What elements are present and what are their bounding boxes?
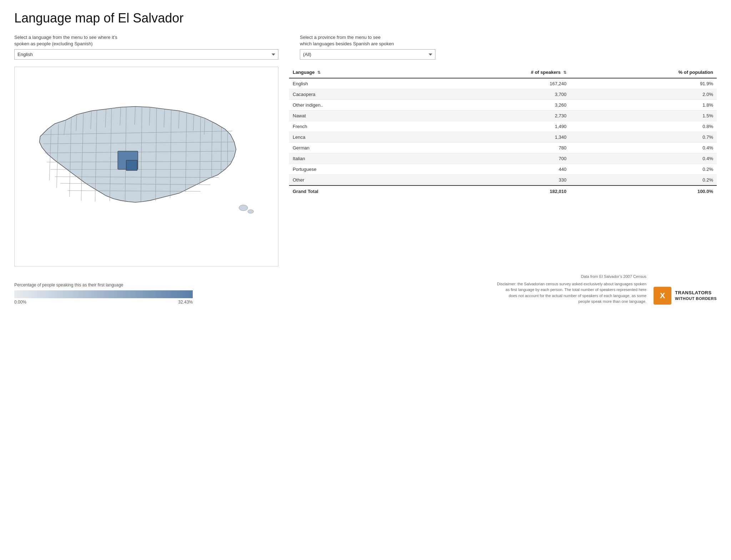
twb-logo-icon: X: [654, 287, 671, 305]
data-table-container: Language ⇅ # of speakers ⇅ % of populati…: [289, 67, 717, 197]
page-title: Language map of El Salvador: [14, 11, 717, 26]
data-source: Data from El Salvador’s 2007 Census: [496, 274, 646, 280]
language-control: Select a language from the menu to see w…: [14, 34, 278, 60]
svg-point-37: [248, 210, 253, 213]
table-row: Other indigen..3,2601.8%: [289, 100, 717, 111]
table-row: Lenca1,3400.7%: [289, 132, 717, 143]
footer-label: Grand Total: [289, 185, 420, 197]
footer-right: Data from El Salvador’s 2007 Census Disc…: [207, 274, 717, 305]
logo-container: X TRANSLATORS WITHOUT BORDERS: [654, 287, 717, 305]
table-row: French1,4900.8%: [289, 121, 717, 132]
province-select[interactable]: (All)AhuachapánCabañasChalatenangoCuscat…: [300, 49, 435, 60]
disclaimer-text: Data from El Salvador’s 2007 Census Disc…: [496, 274, 646, 305]
legend-gradient-bar: [14, 290, 193, 298]
col-language: Language ⇅: [289, 67, 420, 78]
map-svg: [18, 71, 274, 228]
language-table: Language ⇅ # of speakers ⇅ % of populati…: [289, 67, 717, 197]
table-row: Portuguese4400.2%: [289, 164, 717, 175]
table-row: Cacaopera3,7002.0%: [289, 89, 717, 100]
legend-min: 0.00%: [14, 300, 26, 305]
footer-population: 100.0%: [570, 185, 717, 197]
legend-ticks: 0.00% 32.43%: [14, 300, 193, 305]
logo-text: TRANSLATORS WITHOUT BORDERS: [675, 290, 717, 301]
table-row: Nawat2,7301.5%: [289, 111, 717, 121]
bottom-section: Percentage of people speaking this as th…: [14, 274, 717, 305]
controls-row: Select a language from the menu to see w…: [14, 34, 717, 60]
col-population: % of population: [570, 67, 717, 78]
table-row: German7800.4%: [289, 143, 717, 153]
language-filter-icon[interactable]: ⇅: [317, 70, 321, 75]
legend-label: Percentage of people speaking this as th…: [14, 282, 193, 287]
legend-max: 32.43%: [178, 300, 193, 305]
svg-rect-35: [126, 161, 137, 171]
main-content: Language ⇅ # of speakers ⇅ % of populati…: [14, 67, 717, 266]
language-label: Select a language from the menu to see w…: [14, 34, 278, 47]
map-container: [14, 67, 278, 266]
table-row: Other3300.2%: [289, 175, 717, 186]
legend-container: Percentage of people speaking this as th…: [14, 282, 193, 305]
language-select[interactable]: EnglishCacaoperaOther indigenousNawatFre…: [14, 49, 278, 60]
table-row: English167,24091.9%: [289, 78, 717, 89]
province-label: Select a province from the menu to see w…: [300, 34, 435, 47]
table-row: Italian7000.4%: [289, 153, 717, 164]
province-control: Select a province from the menu to see w…: [300, 34, 435, 60]
col-speakers: # of speakers ⇅: [420, 67, 570, 78]
speakers-filter-icon[interactable]: ⇅: [563, 70, 566, 75]
svg-point-36: [239, 205, 248, 211]
footer-speakers: 182,010: [420, 185, 570, 197]
